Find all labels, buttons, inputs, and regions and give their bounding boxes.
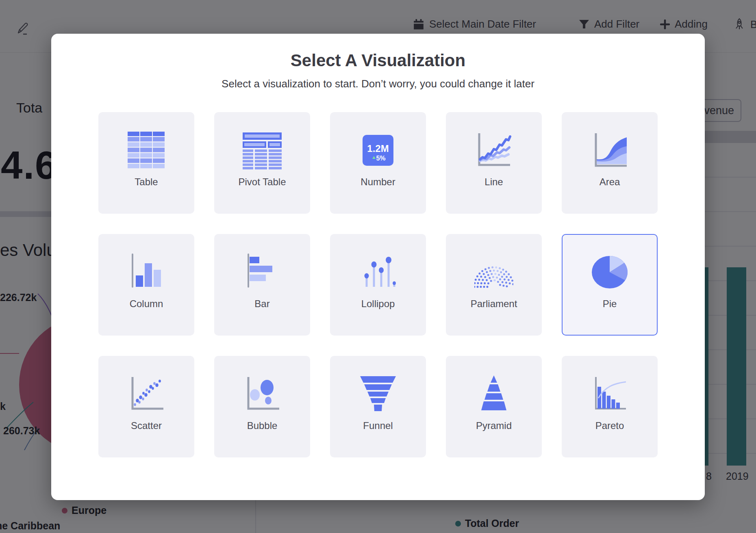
viz-option-label: Area: [600, 176, 620, 188]
viz-option-label: Pareto: [595, 420, 624, 431]
viz-option-scatter[interactable]: Scatter: [98, 356, 194, 457]
column-chart-icon: [127, 253, 166, 292]
viz-option-label: Pyramid: [476, 420, 512, 431]
modal-title: Select A Visualization: [51, 51, 705, 70]
pareto-chart-icon: [590, 375, 629, 414]
pivot-chart-icon: [243, 131, 282, 170]
modal-subtitle: Select a visualization to start. Don’t w…: [51, 78, 705, 90]
viz-option-table[interactable]: Table: [98, 112, 194, 214]
viz-option-column[interactable]: Column: [98, 234, 194, 336]
lollipop-chart-icon: [358, 253, 398, 292]
viz-option-pyramid[interactable]: Pyramid: [446, 356, 542, 457]
bubble-chart-icon: [243, 375, 282, 414]
viz-option-bar[interactable]: Bar: [214, 234, 310, 336]
viz-option-number[interactable]: 1.2M 5%Number: [330, 112, 426, 214]
viz-option-label: Column: [130, 298, 163, 310]
pyramid-chart-icon: [474, 375, 513, 414]
viz-option-line[interactable]: Line: [446, 112, 542, 214]
viz-option-parliament[interactable]: Parliament: [446, 234, 542, 336]
screen: Select Main Date Filter Add Filter Addin…: [0, 0, 756, 533]
viz-option-lollipop[interactable]: Lollipop: [330, 234, 426, 336]
scatter-chart-icon: [127, 375, 166, 414]
viz-option-label: Bar: [254, 298, 269, 310]
viz-option-label: Lollipop: [361, 298, 395, 310]
line-chart-icon: [474, 131, 513, 170]
table-chart-icon: [127, 131, 166, 170]
viz-option-label: Parliament: [471, 298, 517, 310]
funnel-chart-icon: [358, 375, 398, 414]
viz-option-label: Funnel: [363, 420, 393, 431]
select-visualization-modal: Select A Visualization Select a visualiz…: [51, 34, 705, 500]
area-chart-icon: [590, 131, 629, 170]
viz-option-label: Line: [484, 176, 503, 188]
viz-option-pie[interactable]: Pie: [562, 234, 658, 336]
viz-option-label: Pie: [603, 298, 617, 310]
viz-option-area[interactable]: Area: [562, 112, 658, 214]
viz-option-bubble[interactable]: Bubble: [214, 356, 310, 457]
visualization-grid: Table Pivot Table 1.2M 5%Number Line Are…: [98, 112, 658, 457]
bar-chart-icon: [243, 253, 282, 292]
svg-text:1.2M: 1.2M: [367, 143, 389, 154]
viz-option-pareto[interactable]: Pareto: [562, 356, 658, 457]
viz-option-label: Pivot Table: [239, 176, 286, 188]
number-chart-icon: 1.2M 5%: [358, 131, 398, 170]
viz-option-label: Table: [135, 176, 158, 188]
viz-option-label: Scatter: [131, 420, 162, 431]
parliament-chart-icon: [474, 253, 513, 292]
pie-chart-icon: [590, 253, 629, 292]
viz-option-pivot[interactable]: Pivot Table: [214, 112, 310, 214]
svg-text:5%: 5%: [376, 155, 385, 162]
viz-option-funnel[interactable]: Funnel: [330, 356, 426, 457]
viz-option-label: Bubble: [247, 420, 278, 431]
viz-option-label: Number: [361, 176, 395, 188]
